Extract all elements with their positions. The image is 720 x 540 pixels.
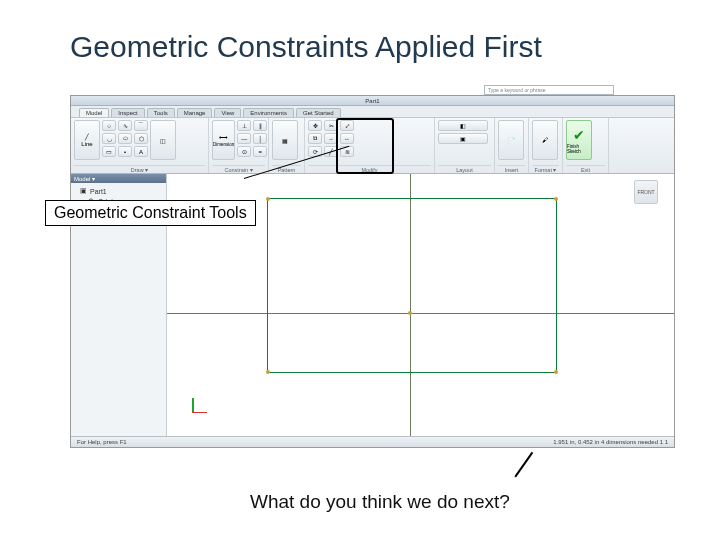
ellipse-button[interactable]: ⬭ xyxy=(118,133,132,144)
panel-insert-label: Insert xyxy=(498,165,525,173)
makepart-button[interactable]: ◧ xyxy=(438,120,488,131)
stretch-button[interactable]: ↔ xyxy=(340,133,354,144)
panel-insert: 📄 Insert xyxy=(495,118,529,173)
corner-tl[interactable] xyxy=(266,197,270,201)
panel-constrain: ⟷Dimension ⊥ ∥ — │ ⊙ = Constrai xyxy=(209,118,269,173)
tree-part[interactable]: ▣Part1 xyxy=(74,186,163,196)
extend-button[interactable]: → xyxy=(324,133,338,144)
tab-inspect[interactable]: Inspect xyxy=(111,108,144,117)
callout-constraint-tools: Geometric Constraint Tools xyxy=(45,200,256,226)
window-titlebar: Part1 Type a keyword or phrase xyxy=(71,96,674,106)
finish-sketch-button[interactable]: ✔Finish Sketch xyxy=(566,120,592,160)
copy-button[interactable]: ⧉ xyxy=(308,133,322,144)
text-button[interactable]: A xyxy=(134,146,148,157)
constraint-perpendicular-button[interactable]: ⊥ xyxy=(237,120,251,131)
circle-button[interactable]: ○ xyxy=(102,120,116,131)
dimension-icon: ⟷ xyxy=(219,134,228,141)
slide-title: Geometric Constraints Applied First xyxy=(70,30,542,64)
constraint-parallel-button[interactable]: ∥ xyxy=(253,120,267,131)
callout-leader-2 xyxy=(514,452,532,477)
panel-draw: ╱Line ○ ∿ ⌒ ◡ ⬭ ⬡ ▭ • A xyxy=(71,118,209,173)
status-right: 1.951 in, 0.452 in 4 dimensions needed 1… xyxy=(553,439,668,445)
panel-format-label: Format ▾ xyxy=(532,165,559,173)
tab-model[interactable]: Model xyxy=(79,108,109,117)
rectangle-sketch[interactable] xyxy=(267,198,557,373)
constraint-vertical-button[interactable]: │ xyxy=(253,133,267,144)
tab-view[interactable]: View xyxy=(214,108,241,117)
corner-tr[interactable] xyxy=(554,197,558,201)
panel-layout-label: Layout xyxy=(438,165,491,173)
rectangle-button[interactable]: ▭ xyxy=(102,146,116,157)
status-left: For Help, press F1 xyxy=(77,439,127,445)
move-button[interactable]: ✥ xyxy=(308,120,322,131)
panel-exit: ✔Finish Sketch Exit xyxy=(563,118,609,173)
constraint-equal-button[interactable]: = xyxy=(253,146,267,157)
project-icon: ◫ xyxy=(160,137,166,144)
check-icon: ✔ xyxy=(573,127,585,143)
question-text: What do you think we do next? xyxy=(250,491,510,513)
tab-environments[interactable]: Environments xyxy=(243,108,294,117)
trim-button[interactable]: ✂ xyxy=(324,120,338,131)
scale-button[interactable]: ⤢ xyxy=(340,120,354,131)
line-button[interactable]: ╱Line xyxy=(74,120,100,160)
status-bar: For Help, press F1 1.951 in, 0.452 in 4 … xyxy=(71,436,674,447)
line-icon: ╱ xyxy=(85,133,89,140)
insert-button[interactable]: 📄 xyxy=(498,120,524,160)
point-button[interactable]: • xyxy=(118,146,132,157)
ribbon: ╱Line ○ ∿ ⌒ ◡ ⬭ ⬡ ▭ • A xyxy=(71,118,674,174)
createblock-button[interactable]: ▣ xyxy=(438,133,488,144)
window-title: Part1 xyxy=(365,98,379,104)
panel-constrain-label: Constrain ▾ xyxy=(212,165,265,173)
panel-draw-label: Draw ▾ xyxy=(74,165,205,173)
fillet-button[interactable]: ⌒ xyxy=(134,120,148,131)
constraint-coincident-button[interactable]: ⊙ xyxy=(237,146,251,157)
polygon-button[interactable]: ⬡ xyxy=(134,133,148,144)
project-geometry-button[interactable]: ◫ xyxy=(150,120,176,160)
panel-exit-label: Exit xyxy=(566,165,605,173)
corner-bl[interactable] xyxy=(266,370,270,374)
search-placeholder: Type a keyword or phrase xyxy=(488,87,546,93)
panel-format: 🖌 Format ▾ xyxy=(529,118,563,173)
axis-triad xyxy=(187,396,209,418)
browser-title: Model ▾ xyxy=(71,174,166,183)
arc-button[interactable]: ◡ xyxy=(102,133,116,144)
spline-button[interactable]: ∿ xyxy=(118,120,132,131)
format-button[interactable]: 🖌 xyxy=(532,120,558,160)
panel-modify: ✥ ✂ ⤢ ⧉ → ↔ ⟳ ╱ ≋ Modify xyxy=(305,118,435,173)
constraint-horizontal-button[interactable]: — xyxy=(237,133,251,144)
cube-icon: ▣ xyxy=(80,187,88,195)
pattern-button[interactable]: ▦ xyxy=(272,120,298,160)
viewcube[interactable]: FRONT xyxy=(634,180,658,204)
panel-modify-label: Modify xyxy=(308,165,431,173)
tab-getstarted[interactable]: Get Started xyxy=(296,108,341,117)
panel-layout: ◧ ▣ Layout xyxy=(435,118,495,173)
tab-tools[interactable]: Tools xyxy=(147,108,175,117)
x-axis-icon xyxy=(192,412,207,414)
dimension-button[interactable]: ⟷Dimension xyxy=(212,120,235,160)
ribbon-tabbar: Model Inspect Tools Manage View Environm… xyxy=(71,106,674,118)
tab-manage[interactable]: Manage xyxy=(177,108,213,117)
app-window: Part1 Type a keyword or phrase Model Ins… xyxy=(70,95,675,448)
search-box[interactable]: Type a keyword or phrase xyxy=(484,85,614,95)
corner-br[interactable] xyxy=(554,370,558,374)
